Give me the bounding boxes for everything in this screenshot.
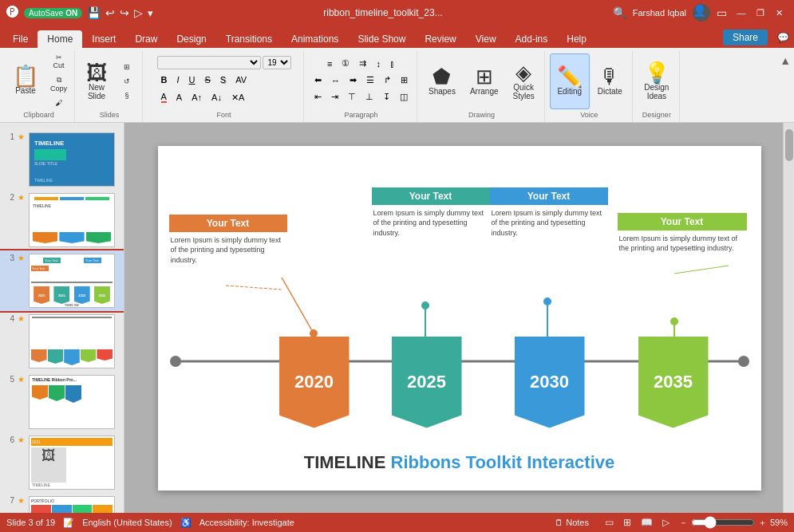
search-icon[interactable]: 🔍 (613, 6, 626, 19)
format-painter-icon: 🖌 (55, 99, 62, 107)
text-direction-button[interactable]: ↱ (380, 73, 395, 87)
format-painter-button[interactable]: 🖌 (46, 97, 71, 109)
font-color-button[interactable]: A (157, 90, 171, 104)
slide-sorter-button[interactable]: ⊞ (620, 516, 634, 529)
window-options-icon[interactable]: ▭ (717, 6, 727, 19)
close-button[interactable]: ✕ (772, 5, 788, 21)
text-align-top-button[interactable]: ⊤ (344, 90, 360, 104)
font-family-select[interactable] (157, 56, 261, 69)
char-spacing-button[interactable]: AV (231, 73, 251, 86)
tab-draw[interactable]: Draw (125, 30, 167, 48)
title-bar-filename: ribbon_timeline_toolkit_23... (323, 7, 442, 18)
vertical-scrollbar[interactable] (783, 123, 794, 513)
restore-button[interactable]: ❐ (753, 5, 768, 21)
editing-button[interactable]: ✏️ Editing (550, 53, 590, 109)
design-ideas-button[interactable]: 💡 Design Ideas (638, 53, 676, 109)
text-align-bottom-button[interactable]: ↧ (379, 90, 394, 104)
zoom-in-button[interactable]: ＋ (758, 517, 767, 529)
tab-home[interactable]: Home (38, 30, 82, 48)
bullet-list-button[interactable]: ≡ (323, 57, 336, 70)
cut-button[interactable]: ✂ Cut (46, 51, 71, 72)
arrange-button[interactable]: ⊞ Arrange (464, 53, 505, 109)
arrange-icon: ⊞ (476, 66, 493, 87)
autosave-toggle[interactable]: AutoSave ON (24, 8, 82, 18)
tab-review[interactable]: Review (415, 30, 465, 48)
tab-view[interactable]: View (466, 30, 506, 48)
font-size-select[interactable]: 19 (263, 56, 291, 69)
present-icon[interactable]: ▷ (134, 6, 143, 19)
textbox-4[interactable]: Your Text Lorem Ipsum is simply dummy te… (618, 213, 747, 257)
tab-help[interactable]: Help (557, 30, 596, 48)
slide-layout-button[interactable]: ⊞ (115, 61, 139, 73)
quick-styles-button[interactable]: ◈ Quick Styles (507, 53, 541, 109)
paragraph-group: ≡ ① ⇉ ↕ ⫿ ⬅ ↔ ➡ ☰ ↱ ⊞ ⇤ ⇥ ⊤ ⊥ ↧ ◫ (306, 51, 417, 122)
font-size-increase-button[interactable]: A↑ (188, 91, 206, 104)
convert-to-smartart-button[interactable]: ◫ (396, 90, 412, 104)
align-right-button[interactable]: ➡ (346, 73, 361, 87)
customize-icon[interactable]: ▾ (148, 7, 153, 19)
slide-item[interactable]: 6 ★ 2021 🖼 TIMELINE (0, 432, 124, 493)
new-slide-button[interactable]: 🖼 New Slide (80, 53, 113, 109)
notes-button[interactable]: 🗒 Notes (548, 518, 595, 527)
font-size-decrease-button[interactable]: A↓ (207, 91, 226, 104)
ribbon-collapse[interactable]: ▲ (780, 51, 791, 122)
reset-slide-button[interactable]: ↺ (115, 75, 139, 88)
clear-format-button[interactable]: ✕A (227, 91, 248, 104)
reading-view-button[interactable]: 📖 (638, 516, 656, 529)
shapes-button[interactable]: ⬟ Shapes (422, 53, 462, 109)
comment-button[interactable]: 💬 (772, 30, 794, 45)
highlight-button[interactable]: A (172, 91, 186, 104)
line-spacing-button[interactable]: ↕ (372, 57, 385, 70)
undo-icon[interactable]: ↩ (105, 6, 115, 19)
normal-view-button[interactable]: ▭ (602, 516, 617, 529)
underline-button[interactable]: U (185, 73, 199, 86)
textbox-3[interactable]: Your Text Lorem Ipsum is simply dummy te… (490, 187, 608, 242)
slide-notes-icon[interactable]: 📝 (63, 518, 74, 528)
tab-slideshow[interactable]: Slide Show (348, 30, 415, 48)
align-center-button[interactable]: ↔ (327, 74, 344, 87)
justify-button[interactable]: ☰ (362, 73, 378, 87)
list-level-button[interactable]: ⇉ (355, 57, 370, 70)
tab-transitions[interactable]: Transitions (216, 30, 282, 48)
minimize-button[interactable]: — (733, 5, 749, 21)
slide-item[interactable]: 7 ★ PORTFOLIO (0, 493, 124, 513)
italic-button[interactable]: I (172, 73, 183, 86)
tab-file[interactable]: File (3, 30, 38, 48)
slide-item[interactable]: 5 ★ TIMELINE Ribbon Pro... (0, 372, 124, 432)
smart-art-button[interactable]: ⊞ (397, 73, 412, 87)
strikethrough-button[interactable]: S (200, 73, 214, 86)
accessibility-text[interactable]: Accessibility: Investigate (199, 518, 294, 527)
columns-button[interactable]: ⫿ (386, 57, 399, 70)
slideshow-button[interactable]: ▷ (659, 516, 673, 529)
indent-increase-button[interactable]: ⇥ (327, 90, 342, 104)
tab-animations[interactable]: Animations (282, 30, 348, 48)
textbox-1[interactable]: Your Text Lorem Ipsum is simply dummy te… (169, 215, 287, 269)
slide-item-active[interactable]: 3 ★ Your Text Your Text Your Text 2020 2… (0, 250, 124, 311)
textbox-2[interactable]: Your Text Lorem Ipsum is simply dummy te… (372, 187, 490, 242)
slide-item[interactable]: 2 ★ TIMELINE (0, 190, 124, 250)
bold-button[interactable]: B (157, 73, 172, 86)
share-button[interactable]: Share (723, 30, 768, 45)
indent-decrease-button[interactable]: ⇤ (310, 90, 326, 104)
slide-item[interactable]: 1 ★ TIMELINE SLIDE TITLE TIMELINE (0, 129, 124, 190)
tab-insert[interactable]: Insert (82, 30, 125, 48)
textbox-3-header: Your Text (490, 187, 608, 205)
align-left-button[interactable]: ⬅ (310, 73, 326, 87)
text-align-middle-button[interactable]: ⊥ (361, 90, 377, 104)
slides-label: Slides (100, 109, 120, 120)
copy-button[interactable]: ⧉ Copy (46, 73, 71, 95)
textbox-1-body: Lorem Ipsum is simply dummy text of the … (169, 232, 287, 269)
section-button[interactable]: § (115, 89, 139, 102)
dictate-button[interactable]: 🎙 Dictate (591, 53, 629, 109)
shadow-button[interactable]: S (216, 73, 230, 86)
save-icon[interactable]: 💾 (87, 6, 101, 19)
paste-button[interactable]: 📋 Paste (6, 53, 45, 108)
slide-item[interactable]: 4 ★ (0, 311, 124, 372)
redo-icon[interactable]: ↪ (120, 6, 129, 19)
tab-design[interactable]: Design (167, 30, 215, 48)
tab-addins[interactable]: Add-ins (506, 30, 558, 48)
numbered-list-button[interactable]: ① (338, 57, 354, 70)
zoom-slider[interactable] (691, 516, 755, 529)
zoom-out-button[interactable]: － (679, 517, 688, 529)
slides-group-content: 🖼 New Slide ⊞ ↺ § (80, 53, 139, 109)
